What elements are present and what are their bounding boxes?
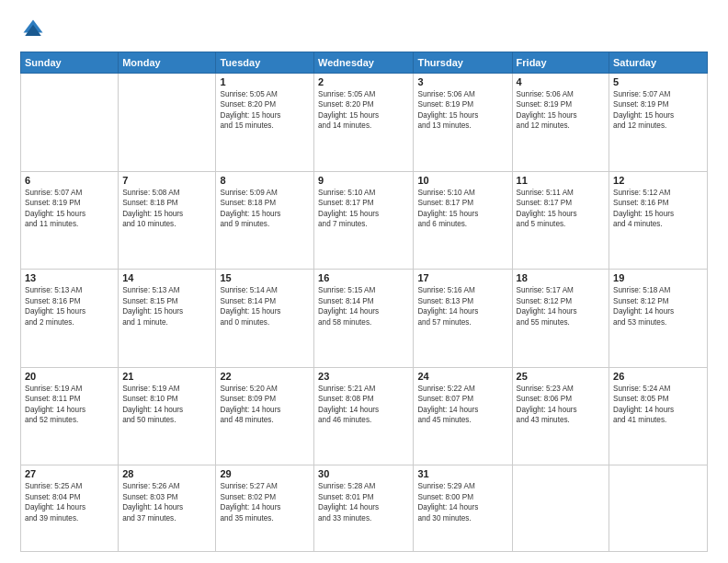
calendar-day-cell: 24Sunrise: 5:22 AM Sunset: 8:07 PM Dayli… xyxy=(414,367,512,465)
day-info: Sunrise: 5:22 AM Sunset: 8:07 PM Dayligh… xyxy=(417,384,507,426)
day-info: Sunrise: 5:16 AM Sunset: 8:13 PM Dayligh… xyxy=(417,285,507,327)
page: SundayMondayTuesdayWednesdayThursdayFrid… xyxy=(0,0,728,563)
calendar-day-cell: 9Sunrise: 5:10 AM Sunset: 8:17 PM Daylig… xyxy=(314,171,414,270)
logo-icon xyxy=(20,17,46,42)
day-number: 13 xyxy=(25,272,114,283)
day-number: 5 xyxy=(613,76,703,87)
calendar-header-cell: Sunday xyxy=(21,52,119,74)
day-info: Sunrise: 5:14 AM Sunset: 8:14 PM Dayligh… xyxy=(220,285,310,327)
calendar-day-cell: 28Sunrise: 5:26 AM Sunset: 8:03 PM Dayli… xyxy=(119,465,216,552)
day-number: 19 xyxy=(613,272,703,283)
day-info: Sunrise: 5:26 AM Sunset: 8:03 PM Dayligh… xyxy=(122,481,211,523)
calendar-body: 1Sunrise: 5:05 AM Sunset: 8:20 PM Daylig… xyxy=(21,74,708,552)
day-info: Sunrise: 5:28 AM Sunset: 8:01 PM Dayligh… xyxy=(318,481,409,523)
calendar-day-cell: 12Sunrise: 5:12 AM Sunset: 8:16 PM Dayli… xyxy=(609,171,708,270)
day-number: 25 xyxy=(517,371,605,382)
calendar-day-cell: 19Sunrise: 5:18 AM Sunset: 8:12 PM Dayli… xyxy=(609,270,708,368)
day-info: Sunrise: 5:10 AM Sunset: 8:17 PM Dayligh… xyxy=(318,188,409,230)
calendar-week-row: 6Sunrise: 5:07 AM Sunset: 8:19 PM Daylig… xyxy=(21,171,708,270)
calendar-day-cell xyxy=(119,74,216,172)
day-number: 15 xyxy=(220,272,310,283)
day-info: Sunrise: 5:18 AM Sunset: 8:12 PM Dayligh… xyxy=(613,285,703,327)
day-info: Sunrise: 5:11 AM Sunset: 8:17 PM Dayligh… xyxy=(517,188,605,230)
calendar-day-cell: 26Sunrise: 5:24 AM Sunset: 8:05 PM Dayli… xyxy=(609,367,708,465)
day-number: 8 xyxy=(220,175,310,186)
calendar-day-cell: 6Sunrise: 5:07 AM Sunset: 8:19 PM Daylig… xyxy=(21,171,119,270)
day-number: 4 xyxy=(517,76,605,87)
calendar-day-cell xyxy=(512,465,609,552)
day-info: Sunrise: 5:09 AM Sunset: 8:18 PM Dayligh… xyxy=(220,188,310,230)
day-number: 31 xyxy=(417,468,507,479)
day-number: 29 xyxy=(220,468,310,479)
calendar-header-cell: Tuesday xyxy=(216,52,314,74)
day-number: 20 xyxy=(25,371,114,382)
day-info: Sunrise: 5:06 AM Sunset: 8:19 PM Dayligh… xyxy=(517,89,605,132)
day-number: 6 xyxy=(25,175,114,186)
calendar-day-cell: 15Sunrise: 5:14 AM Sunset: 8:14 PM Dayli… xyxy=(216,270,314,368)
calendar-week-row: 13Sunrise: 5:13 AM Sunset: 8:16 PM Dayli… xyxy=(21,270,708,368)
day-number: 10 xyxy=(417,175,507,186)
calendar-week-row: 27Sunrise: 5:25 AM Sunset: 8:04 PM Dayli… xyxy=(21,465,708,552)
calendar-day-cell: 29Sunrise: 5:27 AM Sunset: 8:02 PM Dayli… xyxy=(216,465,314,552)
day-info: Sunrise: 5:07 AM Sunset: 8:19 PM Dayligh… xyxy=(25,188,114,230)
day-number: 14 xyxy=(122,272,211,283)
calendar-day-cell: 10Sunrise: 5:10 AM Sunset: 8:17 PM Dayli… xyxy=(414,171,512,270)
calendar-week-row: 1Sunrise: 5:05 AM Sunset: 8:20 PM Daylig… xyxy=(21,74,708,172)
calendar-day-cell: 30Sunrise: 5:28 AM Sunset: 8:01 PM Dayli… xyxy=(314,465,414,552)
calendar-day-cell: 2Sunrise: 5:05 AM Sunset: 8:20 PM Daylig… xyxy=(314,74,414,172)
day-info: Sunrise: 5:19 AM Sunset: 8:10 PM Dayligh… xyxy=(122,384,211,426)
day-info: Sunrise: 5:15 AM Sunset: 8:14 PM Dayligh… xyxy=(318,285,409,327)
day-info: Sunrise: 5:05 AM Sunset: 8:20 PM Dayligh… xyxy=(318,89,409,132)
calendar-day-cell: 17Sunrise: 5:16 AM Sunset: 8:13 PM Dayli… xyxy=(414,270,512,368)
calendar-header-cell: Thursday xyxy=(414,52,512,74)
day-info: Sunrise: 5:06 AM Sunset: 8:19 PM Dayligh… xyxy=(417,89,507,132)
calendar-day-cell: 11Sunrise: 5:11 AM Sunset: 8:17 PM Dayli… xyxy=(512,171,609,270)
day-info: Sunrise: 5:25 AM Sunset: 8:04 PM Dayligh… xyxy=(25,481,114,523)
calendar-header-cell: Friday xyxy=(512,52,609,74)
calendar-day-cell: 5Sunrise: 5:07 AM Sunset: 8:19 PM Daylig… xyxy=(609,74,708,172)
day-info: Sunrise: 5:05 AM Sunset: 8:20 PM Dayligh… xyxy=(220,89,310,132)
calendar-day-cell: 16Sunrise: 5:15 AM Sunset: 8:14 PM Dayli… xyxy=(314,270,414,368)
day-number: 22 xyxy=(220,371,310,382)
calendar-day-cell: 4Sunrise: 5:06 AM Sunset: 8:19 PM Daylig… xyxy=(512,74,609,172)
calendar-day-cell: 31Sunrise: 5:29 AM Sunset: 8:00 PM Dayli… xyxy=(414,465,512,552)
day-number: 17 xyxy=(417,272,507,283)
day-info: Sunrise: 5:13 AM Sunset: 8:15 PM Dayligh… xyxy=(122,285,211,327)
day-info: Sunrise: 5:23 AM Sunset: 8:06 PM Dayligh… xyxy=(517,384,605,426)
day-info: Sunrise: 5:17 AM Sunset: 8:12 PM Dayligh… xyxy=(517,285,605,327)
logo xyxy=(20,17,51,42)
calendar-week-row: 20Sunrise: 5:19 AM Sunset: 8:11 PM Dayli… xyxy=(21,367,708,465)
calendar-day-cell xyxy=(609,465,708,552)
day-number: 16 xyxy=(318,272,409,283)
day-number: 12 xyxy=(613,175,703,186)
day-number: 21 xyxy=(122,371,211,382)
calendar-day-cell: 20Sunrise: 5:19 AM Sunset: 8:11 PM Dayli… xyxy=(21,367,119,465)
calendar-day-cell: 1Sunrise: 5:05 AM Sunset: 8:20 PM Daylig… xyxy=(216,74,314,172)
calendar-day-cell: 21Sunrise: 5:19 AM Sunset: 8:10 PM Dayli… xyxy=(119,367,216,465)
calendar-day-cell: 22Sunrise: 5:20 AM Sunset: 8:09 PM Dayli… xyxy=(216,367,314,465)
calendar-header-row: SundayMondayTuesdayWednesdayThursdayFrid… xyxy=(21,52,708,74)
calendar-table: SundayMondayTuesdayWednesdayThursdayFrid… xyxy=(20,52,708,552)
calendar-day-cell: 25Sunrise: 5:23 AM Sunset: 8:06 PM Dayli… xyxy=(512,367,609,465)
day-number: 27 xyxy=(25,468,114,479)
calendar-header-cell: Wednesday xyxy=(314,52,414,74)
day-number: 30 xyxy=(318,468,409,479)
calendar-day-cell: 14Sunrise: 5:13 AM Sunset: 8:15 PM Dayli… xyxy=(119,270,216,368)
day-info: Sunrise: 5:07 AM Sunset: 8:19 PM Dayligh… xyxy=(613,89,703,132)
day-info: Sunrise: 5:29 AM Sunset: 8:00 PM Dayligh… xyxy=(417,481,507,523)
day-number: 2 xyxy=(318,76,409,87)
day-number: 11 xyxy=(517,175,605,186)
calendar-header-cell: Saturday xyxy=(609,52,708,74)
calendar-day-cell: 23Sunrise: 5:21 AM Sunset: 8:08 PM Dayli… xyxy=(314,367,414,465)
day-number: 1 xyxy=(220,76,310,87)
day-info: Sunrise: 5:19 AM Sunset: 8:11 PM Dayligh… xyxy=(25,384,114,426)
calendar-day-cell: 8Sunrise: 5:09 AM Sunset: 8:18 PM Daylig… xyxy=(216,171,314,270)
day-number: 7 xyxy=(122,175,211,186)
calendar-header: SundayMondayTuesdayWednesdayThursdayFrid… xyxy=(21,52,708,74)
day-number: 26 xyxy=(613,371,703,382)
day-number: 3 xyxy=(417,76,507,87)
calendar-day-cell: 3Sunrise: 5:06 AM Sunset: 8:19 PM Daylig… xyxy=(414,74,512,172)
day-info: Sunrise: 5:27 AM Sunset: 8:02 PM Dayligh… xyxy=(220,481,310,523)
calendar-day-cell xyxy=(21,74,119,172)
day-number: 18 xyxy=(517,272,605,283)
